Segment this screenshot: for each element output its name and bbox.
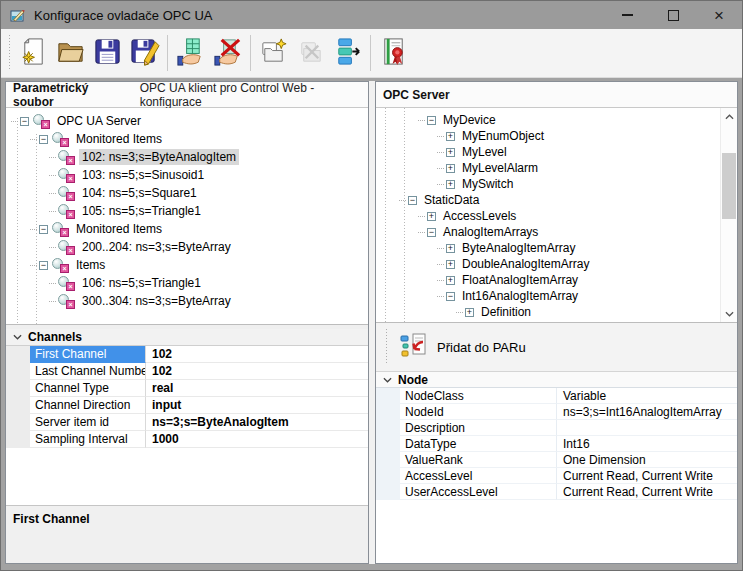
- tree-item[interactable]: −×Monitored Items: [6, 130, 368, 148]
- row-gutter: [376, 388, 400, 404]
- command-bar: Přidat do PARu: [376, 322, 737, 372]
- property-label[interactable]: UserAccessLevel: [400, 484, 557, 500]
- property-label[interactable]: Channel Type: [30, 380, 146, 397]
- property-value[interactable]: real: [146, 380, 368, 397]
- toolbar-grip[interactable]: [8, 35, 11, 71]
- tree-item[interactable]: −×Items: [6, 256, 368, 274]
- tree-item[interactable]: +MyEnumObject: [376, 128, 737, 144]
- tree-item[interactable]: −×Monitored Items: [6, 220, 368, 238]
- tree-item[interactable]: +MyLevelAlarm: [376, 160, 737, 176]
- tree-item[interactable]: ×300..304: ns=3;s=ByteArray: [6, 292, 368, 310]
- scrollbar-track[interactable]: [721, 125, 737, 305]
- open-config-button[interactable]: [52, 32, 89, 74]
- property-label[interactable]: ValueRank: [400, 452, 557, 468]
- property-label[interactable]: Last Channel Number: [30, 363, 146, 380]
- tree-toggle-plus[interactable]: +: [446, 276, 455, 285]
- scrollbar-thumb[interactable]: [722, 153, 736, 219]
- tree-item[interactable]: +MySwitch: [376, 176, 737, 192]
- tree-item[interactable]: +AccessLevels: [376, 208, 737, 224]
- property-value[interactable]: [557, 420, 737, 436]
- add-to-par-button[interactable]: Přidat do PARu: [392, 328, 534, 367]
- tree-toggle-minus[interactable]: −: [39, 225, 48, 234]
- tree-toggle-plus[interactable]: +: [427, 212, 436, 221]
- license-button[interactable]: [375, 32, 412, 74]
- property-label[interactable]: NodeClass: [400, 388, 557, 404]
- new-config-button[interactable]: [15, 32, 52, 74]
- tree-item[interactable]: +ByteAnalogItemArray: [376, 240, 737, 256]
- property-value[interactable]: One Dimension: [557, 452, 737, 468]
- tree-toggle-minus[interactable]: −: [427, 228, 436, 237]
- delete-item-button[interactable]: [209, 32, 246, 74]
- tree-toggle-minus[interactable]: −: [446, 292, 455, 301]
- row-gutter: [376, 436, 400, 452]
- tree-item[interactable]: ×106: ns=5;s=Triangle1: [6, 274, 368, 292]
- tree-item[interactable]: +FloatAnalogItemArray: [376, 272, 737, 288]
- tree-item[interactable]: ×105: ns=5;s=Triangle1: [6, 202, 368, 220]
- scroll-up-button[interactable]: [721, 108, 737, 125]
- collapse-chevron-icon[interactable]: [6, 334, 28, 340]
- property-label[interactable]: Server item id: [30, 414, 146, 431]
- property-value[interactable]: ns=3;s=ByteAnalogItem: [146, 414, 368, 431]
- save-button[interactable]: [89, 32, 126, 74]
- property-label[interactable]: AccessLevel: [400, 468, 557, 484]
- tree-toggle-minus[interactable]: −: [20, 117, 29, 126]
- tree-item-label: Items: [73, 257, 108, 273]
- tree-toggle-plus[interactable]: +: [465, 308, 474, 317]
- property-label[interactable]: Description: [400, 420, 557, 436]
- new-group-button[interactable]: [255, 32, 292, 74]
- property-value[interactable]: Current Read, Current Write: [557, 484, 737, 500]
- close-button[interactable]: ×: [696, 1, 742, 29]
- property-label[interactable]: NodeId: [400, 404, 557, 420]
- tree-item[interactable]: −AnalogItemArrays: [376, 224, 737, 240]
- property-value[interactable]: Variable: [557, 388, 737, 404]
- tree-item-label: 102: ns=3;s=ByteAnalogItem: [79, 149, 239, 165]
- tree-item[interactable]: ×102: ns=3;s=ByteAnalogItem: [6, 148, 368, 166]
- tree-item[interactable]: ×103: ns=5;s=Sinusoid1: [6, 166, 368, 184]
- add-item-button[interactable]: [172, 32, 209, 74]
- export-button[interactable]: [329, 32, 366, 74]
- tree-toggle-minus[interactable]: −: [39, 135, 48, 144]
- tree-toggle-minus[interactable]: −: [427, 116, 436, 125]
- property-label[interactable]: Sampling Interval: [30, 431, 146, 448]
- channel-item-icon: ×: [52, 258, 69, 273]
- tree-toggle-plus[interactable]: +: [446, 148, 455, 157]
- tree-toggle-minus[interactable]: −: [39, 261, 48, 270]
- tree-toggle-plus[interactable]: +: [446, 180, 455, 189]
- tree-item[interactable]: −×OPC UA Server: [6, 112, 368, 130]
- property-label[interactable]: First Channel: [30, 346, 146, 363]
- channel-badge: ×: [60, 138, 69, 147]
- tree-item[interactable]: +MyLevel: [376, 144, 737, 160]
- tree-item-label: Int16AnalogItemArray: [459, 288, 581, 304]
- scroll-down-button[interactable]: [721, 305, 737, 322]
- hand-add-icon: [175, 36, 206, 70]
- tree-toggle-plus[interactable]: +: [446, 132, 455, 141]
- titlebar[interactable]: Konfigurace ovladače OPC UA ×: [1, 1, 742, 29]
- tree-item[interactable]: ×104: ns=5;s=Square1: [6, 184, 368, 202]
- property-value[interactable]: Int16: [557, 436, 737, 452]
- collapse-chevron-icon[interactable]: [376, 377, 398, 383]
- property-label[interactable]: DataType: [400, 436, 557, 452]
- tree-item[interactable]: −MyDevice: [376, 112, 737, 128]
- maximize-button[interactable]: [650, 1, 696, 29]
- property-value[interactable]: 1000: [146, 431, 368, 448]
- tree-item[interactable]: +DoubleAnalogItemArray: [376, 256, 737, 272]
- tree-toggle-plus[interactable]: +: [446, 260, 455, 269]
- toolbar-separator: [370, 35, 371, 71]
- tree-toggle-plus[interactable]: +: [446, 244, 455, 253]
- property-value[interactable]: Current Read, Current Write: [557, 468, 737, 484]
- property-value[interactable]: 102: [146, 346, 368, 363]
- tree-toggle-plus[interactable]: +: [446, 164, 455, 173]
- tree-item[interactable]: +Definition: [376, 304, 737, 320]
- tree-toggle-minus[interactable]: −: [408, 196, 417, 205]
- property-label[interactable]: Channel Direction: [30, 397, 146, 414]
- property-value[interactable]: input: [146, 397, 368, 414]
- command-bar-grip[interactable]: [385, 329, 388, 365]
- property-value[interactable]: ns=3;s=Int16AnalogItemArray: [557, 404, 737, 420]
- channel-item-icon: ×: [58, 168, 75, 183]
- minimize-button[interactable]: [604, 1, 650, 29]
- save-as-button[interactable]: [126, 32, 163, 74]
- property-value[interactable]: 102: [146, 363, 368, 380]
- tree-item[interactable]: ×200..204: ns=3;s=ByteArray: [6, 238, 368, 256]
- tree-item[interactable]: −Int16AnalogItemArray: [376, 288, 737, 304]
- tree-item[interactable]: −StaticData: [376, 192, 737, 208]
